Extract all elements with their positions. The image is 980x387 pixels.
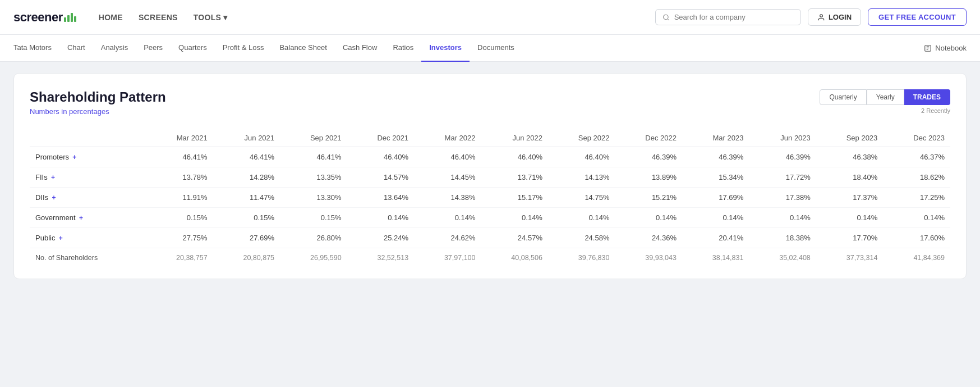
section-title: Shareholding Pattern — [30, 89, 166, 105]
sub-nav-peers[interactable]: Peers — [136, 35, 171, 62]
toggle-buttons: Quarterly Yearly TRADES — [820, 89, 950, 105]
col-header-jun2022: Jun 2022 — [481, 129, 548, 147]
row-value: 32,52,513 — [347, 248, 415, 268]
table-row: Promoters +46.41%46.41%46.41%46.40%46.40… — [30, 147, 950, 167]
yearly-toggle-button[interactable]: Yearly — [867, 89, 904, 105]
row-value: 14.57% — [347, 167, 415, 188]
row-value: 14.13% — [548, 167, 615, 188]
row-value: 46.39% — [682, 147, 749, 167]
col-header-jun2023: Jun 2023 — [749, 129, 816, 147]
row-value: 18.40% — [816, 167, 884, 188]
row-value: 0.15% — [280, 208, 347, 228]
row-value: 46.39% — [615, 147, 682, 167]
row-value: 40,08,506 — [481, 248, 548, 268]
row-value: 15.34% — [682, 167, 749, 188]
row-value: 17.38% — [749, 188, 816, 208]
main-content: Shareholding Pattern Numbers in percenta… — [0, 62, 980, 290]
svg-point-0 — [663, 15, 668, 20]
logo[interactable]: screener — [13, 10, 76, 25]
sub-nav-analysis[interactable]: Analysis — [93, 35, 136, 62]
nav-screens[interactable]: SCREENS — [139, 13, 178, 22]
row-value: 15.21% — [615, 188, 682, 208]
section-header: Shareholding Pattern Numbers in percenta… — [30, 89, 950, 116]
table-row: FIIs +13.78%14.28%13.35%14.57%14.45%13.7… — [30, 167, 950, 188]
row-value: 46.40% — [414, 147, 481, 167]
shareholding-card: Shareholding Pattern Numbers in percenta… — [13, 73, 967, 279]
notebook-item[interactable]: Notebook — [924, 44, 967, 52]
expand-plus[interactable]: + — [77, 214, 83, 222]
login-button[interactable]: LOGIN — [808, 8, 861, 26]
row-value: 35,02,408 — [749, 248, 816, 268]
recently-text: 2 Recently — [921, 107, 950, 114]
expand-plus[interactable]: + — [49, 174, 55, 181]
row-value: 38,14,831 — [682, 248, 749, 268]
view-toggle: Quarterly Yearly TRADES 2 Recently — [820, 89, 950, 114]
search-input[interactable] — [674, 13, 794, 21]
row-value: 17.72% — [749, 167, 816, 188]
row-value: 14.28% — [213, 167, 280, 188]
row-value: 15.17% — [481, 188, 548, 208]
shareholding-table: Mar 2021 Jun 2021 Sep 2021 Dec 2021 Mar … — [30, 129, 950, 267]
trades-toggle-button[interactable]: TRADES — [904, 89, 950, 105]
row-value: 46.40% — [548, 147, 615, 167]
row-value: 18.38% — [749, 228, 816, 248]
row-value: 14.75% — [548, 188, 615, 208]
row-value: 25.24% — [347, 228, 415, 248]
sub-nav-cash-flow[interactable]: Cash Flow — [335, 35, 385, 62]
row-value: 13.35% — [280, 167, 347, 188]
section-subtitle: Numbers in percentages — [30, 107, 166, 116]
sub-nav-investors[interactable]: Investors — [421, 35, 470, 62]
expand-plus[interactable]: + — [50, 194, 56, 202]
chevron-down-icon: ▾ — [223, 13, 227, 22]
table-row: Public +27.75%27.69%26.80%25.24%24.62%24… — [30, 228, 950, 248]
row-value: 46.39% — [749, 147, 816, 167]
row-label: DIIs + — [30, 188, 146, 208]
search-box[interactable] — [655, 9, 801, 25]
row-value: 17.60% — [883, 228, 950, 248]
col-header-mar2021: Mar 2021 — [146, 129, 213, 147]
row-value: 11.91% — [146, 188, 213, 208]
sub-nav-balance-sheet[interactable]: Balance Sheet — [272, 35, 335, 62]
row-value: 13.89% — [615, 167, 682, 188]
row-value: 0.14% — [615, 208, 682, 228]
row-label: FIIs + — [30, 167, 146, 188]
sub-nav-ratios[interactable]: Ratios — [385, 35, 421, 62]
table-header-row: Mar 2021 Jun 2021 Sep 2021 Dec 2021 Mar … — [30, 129, 950, 147]
row-value: 18.62% — [883, 167, 950, 188]
row-value: 46.40% — [481, 147, 548, 167]
logo-bar-3 — [71, 13, 73, 22]
row-value: 24.62% — [414, 228, 481, 248]
col-header-mar2022: Mar 2022 — [414, 129, 481, 147]
col-header-dec2023: Dec 2023 — [883, 129, 950, 147]
sub-nav-tata-motors[interactable]: Tata Motors — [13, 35, 59, 62]
notebook-icon — [924, 44, 932, 52]
logo-bar-2 — [67, 15, 70, 22]
row-value: 17.69% — [682, 188, 749, 208]
row-label: Public + — [30, 228, 146, 248]
get-free-account-button[interactable]: GET FREE ACCOUNT — [868, 8, 967, 26]
row-value: 0.15% — [213, 208, 280, 228]
col-header-dec2021: Dec 2021 — [347, 129, 415, 147]
row-value: 46.41% — [280, 147, 347, 167]
row-value: 13.78% — [146, 167, 213, 188]
row-value: 24.57% — [481, 228, 548, 248]
row-value: 39,76,830 — [548, 248, 615, 268]
row-value: 0.14% — [883, 208, 950, 228]
row-value: 13.30% — [280, 188, 347, 208]
user-icon — [817, 13, 825, 21]
row-value: 17.70% — [816, 228, 884, 248]
sub-nav-chart[interactable]: Chart — [59, 35, 93, 62]
sub-nav-documents[interactable]: Documents — [470, 35, 522, 62]
expand-plus[interactable]: + — [57, 234, 62, 242]
quarterly-toggle-button[interactable]: Quarterly — [820, 89, 866, 105]
sub-nav-quarters[interactable]: Quarters — [171, 35, 215, 62]
row-value: 13.64% — [347, 188, 415, 208]
nav-tools[interactable]: TOOLS ▾ — [194, 13, 228, 22]
row-value: 46.41% — [146, 147, 213, 167]
expand-plus[interactable]: + — [71, 153, 76, 161]
sub-nav-profit-loss[interactable]: Profit & Loss — [215, 35, 272, 62]
logo-text: screener — [13, 10, 63, 25]
nav-home[interactable]: HOME — [99, 13, 123, 22]
row-value: 37,97,100 — [414, 248, 481, 268]
svg-point-2 — [820, 14, 823, 17]
